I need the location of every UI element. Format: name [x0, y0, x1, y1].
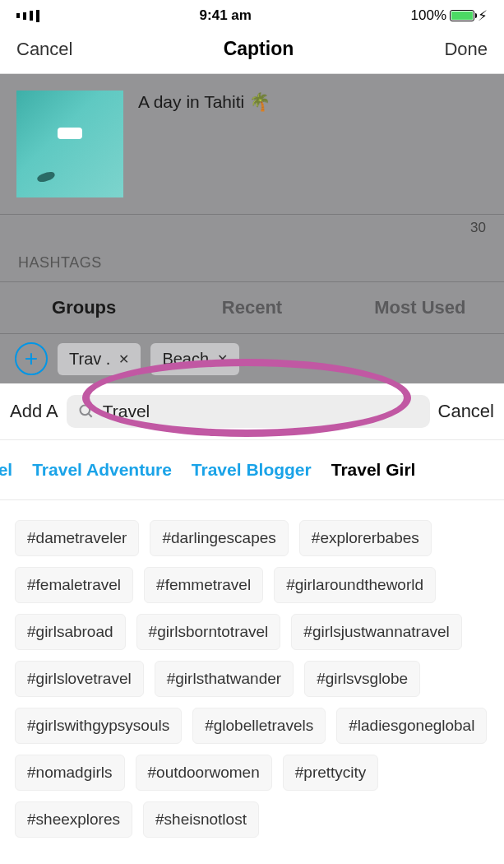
selected-groups-row: + Trav . ✕ Beach ✕: [0, 333, 504, 383]
search-row: Add A Travel Cancel: [0, 383, 504, 440]
tab-groups[interactable]: Groups: [0, 282, 168, 333]
post-thumbnail[interactable]: [16, 91, 123, 197]
add-label-truncated: Add A: [10, 401, 58, 422]
hashtag-chip[interactable]: #sheisnotlost: [143, 801, 259, 838]
svg-point-0: [80, 406, 90, 416]
hashtag-count: 30: [0, 214, 504, 241]
status-time: 9:41 am: [200, 7, 252, 24]
caption-text[interactable]: A day in Tahiti 🌴: [138, 91, 270, 197]
category-item-selected[interactable]: Travel Girl: [331, 460, 416, 480]
status-bar: 9:41 am 100% ⚡︎: [0, 0, 504, 25]
dimmed-background: A day in Tahiti 🌴 30 HASHTAGS Groups Rec…: [0, 74, 504, 383]
category-item[interactable]: vel: [0, 460, 12, 480]
hashtag-chip[interactable]: #girlswithgypsysouls: [15, 708, 182, 744]
hashtag-chip[interactable]: #girlaroundtheworld: [274, 567, 436, 603]
caption-row: A day in Tahiti 🌴: [0, 74, 504, 214]
page-title: Caption: [224, 38, 294, 60]
tab-recent[interactable]: Recent: [168, 282, 335, 333]
cancel-button[interactable]: Cancel: [16, 39, 72, 60]
battery-percent: 100%: [411, 7, 446, 24]
hashtag-chip[interactable]: #girlsthatwander: [155, 661, 294, 697]
status-battery: 100% ⚡︎: [411, 7, 488, 25]
hashtag-chip[interactable]: #nomadgirls: [15, 755, 125, 791]
category-item[interactable]: Travel Blogger: [192, 460, 312, 480]
hashtag-chip[interactable]: #darlingescapes: [150, 520, 288, 556]
group-pill[interactable]: Trav . ✕: [58, 343, 141, 375]
hashtag-chip[interactable]: #ladiesgoneglobal: [336, 708, 487, 744]
search-query-text: Travel: [103, 402, 150, 421]
hashtag-chip[interactable]: #girlslovetravel: [15, 661, 144, 697]
category-scroller[interactable]: vel Travel Adventure Travel Blogger Trav…: [0, 440, 504, 500]
hashtag-chip[interactable]: #prettycity: [283, 755, 379, 791]
charging-icon: ⚡︎: [478, 7, 488, 25]
category-item[interactable]: Travel Adventure: [32, 460, 172, 480]
hashtags-section-label: HASHTAGS: [0, 241, 504, 281]
search-panel: Add A Travel Cancel vel Travel Adventure…: [0, 383, 504, 857]
signal-strength-icon: [16, 10, 40, 22]
search-input[interactable]: Travel: [67, 395, 430, 428]
search-icon: [78, 403, 95, 420]
search-cancel-button[interactable]: Cancel: [438, 401, 494, 422]
hashtag-chip[interactable]: #globelletravels: [192, 708, 326, 744]
hashtag-chip[interactable]: #explorerbabes: [299, 520, 432, 556]
tab-most-used[interactable]: Most Used: [336, 282, 504, 333]
group-pill[interactable]: Beach ✕: [150, 343, 239, 375]
hashtag-chip[interactable]: #femaletravel: [15, 567, 133, 603]
hashtag-chip[interactable]: #girlsjustwannatravel: [291, 614, 461, 650]
hashtag-chip[interactable]: #outdoorwomen: [136, 755, 272, 791]
hashtag-chip[interactable]: #femmetravel: [144, 567, 263, 603]
done-button[interactable]: Done: [444, 39, 488, 60]
hashtag-chip[interactable]: #sheexplores: [15, 801, 132, 838]
hashtag-chip[interactable]: #girlsborntotravel: [136, 614, 281, 650]
svg-line-1: [88, 414, 91, 417]
add-group-button[interactable]: +: [15, 342, 48, 375]
hashtag-chip[interactable]: #dametraveler: [15, 520, 139, 556]
hashtag-chip[interactable]: #girlsabroad: [15, 614, 126, 650]
hashtag-tabs: Groups Recent Most Used: [0, 281, 504, 333]
remove-pill-icon[interactable]: ✕: [118, 351, 129, 367]
nav-bar: Cancel Caption Done: [0, 25, 504, 74]
hashtag-results: #dametraveler #darlingescapes #explorerb…: [0, 500, 504, 857]
hashtag-chip[interactable]: #girlsvsglobe: [304, 661, 420, 697]
remove-pill-icon[interactable]: ✕: [217, 351, 228, 367]
battery-icon: [450, 10, 474, 21]
pill-label: Trav .: [69, 350, 110, 369]
pill-label: Beach: [162, 350, 209, 369]
plus-icon: +: [25, 346, 38, 372]
